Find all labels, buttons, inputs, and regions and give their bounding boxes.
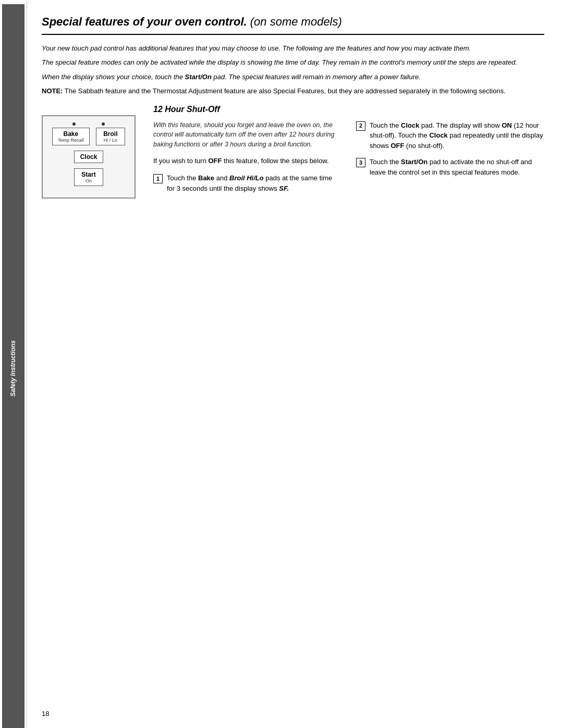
step-2: 2 Touch the Clock pad. The display will … <box>356 120 544 151</box>
bake-button[interactable]: Bake Temp Recall <box>52 128 90 145</box>
intro3-start: When the display shows your choice, touc… <box>42 73 185 81</box>
steps-layout: With this feature, should you forget and… <box>153 120 544 200</box>
step-2-text: Touch the Clock pad. The display will sh… <box>370 120 544 151</box>
step-3: 3 Touch the Start/On pad to activate the… <box>356 157 544 177</box>
step-3-num: 3 <box>356 158 365 167</box>
intro3-bold: Start/On <box>185 73 212 81</box>
title-text: Special features of your oven control. <box>42 15 247 28</box>
title-subtitle: (on some models) <box>247 15 342 28</box>
off-instr-start: If you wish to turn <box>153 157 209 165</box>
right-column: 12 Hour Shut-Off With this feature, shou… <box>153 105 544 200</box>
dot-right <box>102 122 105 126</box>
note-body: The Sabbath feature and the Thermostat A… <box>63 87 505 95</box>
off-instruction: If you wish to turn OFF this feature, fo… <box>153 156 341 166</box>
broil-label: Broil <box>103 130 117 138</box>
clock-label: Clock <box>80 153 97 161</box>
bake-label: Bake <box>64 130 79 138</box>
off-instr-bold: OFF <box>209 157 222 165</box>
bake-sub-label: Temp Recall <box>58 138 84 143</box>
note-paragraph: NOTE: The Sabbath feature and the Thermo… <box>42 86 544 96</box>
sidebar-label-safety: Safety Instructions <box>2 4 25 728</box>
dot-row <box>49 122 128 126</box>
start-sub-label: On <box>80 178 97 183</box>
page-title: Special features of your oven control. (… <box>42 15 544 35</box>
diagram-clock-row: Clock <box>49 151 128 163</box>
intro-paragraph-2: The special feature modes can only be ac… <box>42 57 544 68</box>
diagram-top-row: Bake Temp Recall Broil Hi / Lo <box>49 128 128 145</box>
sidebar: Safety Instructions Operating Instructio… <box>0 0 27 728</box>
broil-button[interactable]: Broil Hi / Lo <box>96 128 125 145</box>
diagram-start-row: Start On <box>49 168 128 186</box>
page-number: 18 <box>42 710 49 718</box>
steps-left: With this feature, should you forget and… <box>153 120 341 200</box>
feature-intro: With this feature, should you forget and… <box>153 120 341 150</box>
intro-paragraph-1: Your new touch pad control has additiona… <box>42 43 544 54</box>
intro-paragraph-3: When the display shows your choice, touc… <box>42 72 544 82</box>
step-1-text: Touch the Bake and Broil Hi/Lo pads at t… <box>167 173 341 193</box>
diagram-column: Bake Temp Recall Broil Hi / Lo Clock S <box>42 105 141 200</box>
step-1: 1 Touch the Bake and Broil Hi/Lo pads at… <box>153 173 341 193</box>
content-area: Bake Temp Recall Broil Hi / Lo Clock S <box>42 105 544 200</box>
steps-right: 2 Touch the Clock pad. The display will … <box>356 120 544 200</box>
broil-sub-label: Hi / Lo <box>102 138 119 143</box>
sidebar-item-safety[interactable]: Safety Instructions <box>0 0 27 728</box>
note-label: NOTE: <box>42 87 63 95</box>
step-3-text: Touch the Start/On pad to activate the n… <box>370 157 544 177</box>
start-label: Start <box>81 171 95 178</box>
main-content: Special features of your oven control. (… <box>27 0 563 728</box>
dot-left <box>72 122 76 126</box>
intro3-end: pad. The special features will remain in… <box>212 73 421 81</box>
oven-diagram: Bake Temp Recall Broil Hi / Lo Clock S <box>42 115 136 199</box>
step-2-num: 2 <box>356 121 365 131</box>
off-instr-end: this feature, follow the steps below. <box>222 157 329 165</box>
section-heading: 12 Hour Shut-Off <box>153 105 544 114</box>
clock-button[interactable]: Clock <box>74 151 103 163</box>
step-1-num: 1 <box>153 174 163 183</box>
start-button[interactable]: Start On <box>74 168 103 186</box>
